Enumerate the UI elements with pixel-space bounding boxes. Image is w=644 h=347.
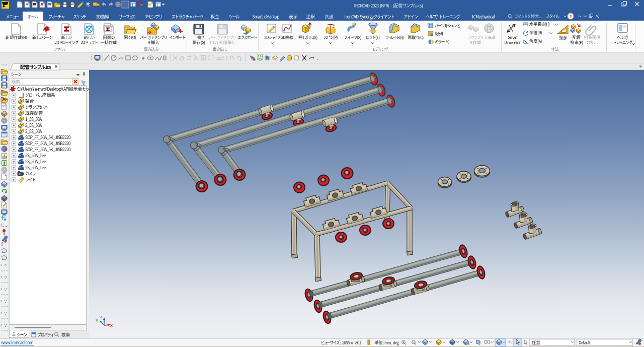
svg-text:Y: Y [96,318,98,323]
svg-text:Z: Z [100,315,103,319]
svg-text:XY2: XY2 [257,54,264,57]
svg-text:?: ? [569,14,572,19]
svg-text:X: X [110,323,113,328]
